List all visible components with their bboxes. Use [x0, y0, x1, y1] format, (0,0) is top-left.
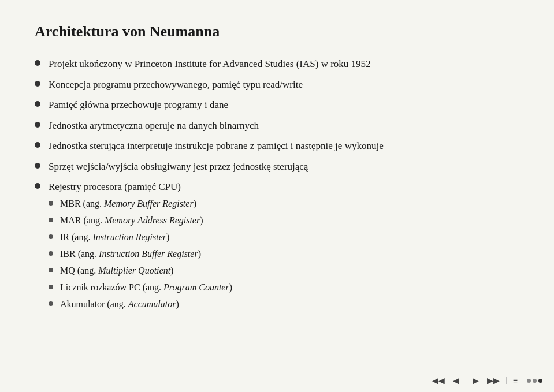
- bullet-list: Projekt ukończony w Princeton Institute …: [35, 57, 519, 314]
- sub-list-item: Licznik rozkazów PC (ang. Program Counte…: [49, 281, 232, 294]
- sub-list-item: IBR (ang. Instruction Buffer Register): [49, 247, 232, 261]
- bullet-dot: [35, 101, 40, 107]
- bullet-dot: [35, 163, 40, 169]
- nav-next-button[interactable]: ▶: [470, 375, 481, 386]
- sub-bullet-text: IR (ang. Instruction Register): [60, 230, 169, 244]
- sub-list-item: Akumulator (ang. Accumulator): [49, 297, 232, 311]
- sub-bullet-list: MBR (ang. Memory Buffer Register) MAR (a…: [49, 197, 232, 311]
- nav-prev-button[interactable]: ◀: [451, 375, 462, 386]
- sub-bullet-dot: [49, 268, 53, 272]
- bullet-text: Jednostka sterująca interpretuje instruk…: [49, 139, 384, 154]
- bullet-text: Pamięć główna przechowuje programy i dan…: [49, 98, 228, 113]
- list-item: Pamięć główna przechowuje programy i dan…: [35, 98, 519, 113]
- sub-bullet-text: Akumulator (ang. Accumulator): [60, 297, 179, 311]
- sub-bullet-dot: [49, 285, 53, 289]
- bullet-text: Projekt ukończony w Princeton Institute …: [49, 57, 371, 72]
- bullet-text: Jednostka arytmetyczna operuje na danych…: [49, 118, 259, 133]
- sub-bullet-text: MBR (ang. Memory Buffer Register): [60, 197, 196, 211]
- list-item: Jednostka sterująca interpretuje instruk…: [35, 139, 519, 154]
- bullet-dot: [35, 142, 40, 148]
- slide-title: Architektura von Neumanna: [35, 23, 519, 40]
- sub-list-item: IR (ang. Instruction Register): [49, 230, 232, 244]
- sub-list-item: MAR (ang. Memory Address Register): [49, 214, 232, 227]
- bullet-dot: [35, 122, 40, 128]
- nav-separator: |: [465, 376, 467, 385]
- bullet-text: Rejestry procesora (pamięć CPU): [49, 181, 181, 192]
- list-item: Sprzęt wejścia/wyjścia obsługiwany jest …: [35, 159, 519, 174]
- nav-last-button[interactable]: ▶▶: [485, 375, 502, 386]
- sub-bullet-text: MAR (ang. Memory Address Register): [60, 214, 203, 227]
- sub-bullet-dot: [49, 301, 53, 306]
- list-item: Koncepcja programu przechowywanego, pami…: [35, 77, 519, 92]
- sub-bullet-text: MQ (ang. Multiplier Quotient): [60, 264, 173, 278]
- nav-dot-2: [533, 379, 537, 383]
- nav-dot-3: [538, 379, 542, 383]
- list-item: Jednostka arytmetyczna operuje na danych…: [35, 118, 519, 133]
- bullet-dot: [35, 183, 40, 189]
- bullet-text: Koncepcja programu przechowywanego, pami…: [49, 77, 303, 92]
- nav-dots: [527, 379, 542, 383]
- sub-bullet-text: Licznik rozkazów PC (ang. Program Counte…: [60, 281, 232, 294]
- sub-list-item: MBR (ang. Memory Buffer Register): [49, 197, 232, 211]
- sub-bullet-dot: [49, 251, 53, 256]
- bullet-dot: [35, 81, 40, 87]
- nav-menu-button[interactable]: ≡: [511, 375, 520, 386]
- sub-bullet-text: IBR (ang. Instruction Buffer Register): [60, 247, 201, 261]
- slide-container: Architektura von Neumanna Projekt ukończ…: [0, 0, 554, 370]
- list-item-registers: Rejestry procesora (pamięć CPU) MBR (ang…: [35, 180, 519, 314]
- sub-bullet-dot: [49, 201, 53, 206]
- nav-separator2: |: [505, 376, 507, 385]
- sub-list-item: MQ (ang. Multiplier Quotient): [49, 264, 232, 278]
- bullet-text: Sprzęt wejścia/wyjścia obsługiwany jest …: [49, 159, 308, 174]
- list-item: Projekt ukończony w Princeton Institute …: [35, 57, 519, 72]
- bottom-navigation: ◀◀ ◀ | ▶ ▶▶ | ≡: [0, 370, 554, 392]
- sub-bullet-dot: [49, 234, 53, 239]
- nav-dot-1: [527, 379, 531, 383]
- sub-bullet-dot: [49, 218, 53, 222]
- nav-first-button[interactable]: ◀◀: [430, 375, 447, 386]
- bullet-dot: [35, 60, 40, 66]
